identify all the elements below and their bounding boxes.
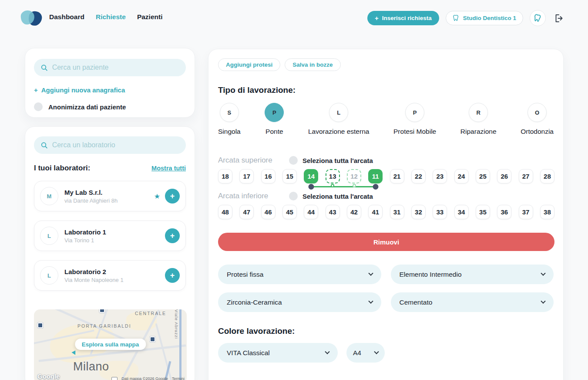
lab-info: My Lab S.r.l. via Dante Alighieri 8h — [64, 189, 154, 204]
studio-button[interactable]: Studio Dentistico 1 — [446, 11, 523, 25]
work-type-lavorazione-esterna[interactable]: LLavorazione esterna — [308, 103, 369, 136]
tooth-34[interactable]: 34 — [454, 205, 469, 219]
lab-address: Via Monte Napoleone 1 — [64, 277, 165, 283]
tooth-17[interactable]: 17 — [239, 169, 254, 183]
tooth-42[interactable]: 42 — [347, 205, 361, 219]
chevron-down-icon — [368, 271, 373, 275]
lab-list: M My Lab S.r.l. via Dante Alighieri 8h ★… — [34, 181, 186, 291]
bridge-dot-14[interactable] — [308, 184, 314, 190]
work-type-label: Ponte — [265, 128, 283, 136]
bridge-dot-12[interactable] — [353, 184, 356, 187]
upper-arch-toggle-label: Seleziona tutta l'arcata — [302, 157, 373, 164]
lab-list-item[interactable]: L Laboratorio 1 Via Torino 1 ★ + — [34, 221, 186, 251]
add-prosthesis-chip[interactable]: Aggiungi protesi — [218, 58, 280, 71]
work-type-circle[interactable]: S — [220, 103, 239, 122]
work-type-label: Lavorazione esterna — [308, 128, 369, 136]
lab-address: via Dante Alighieri 8h — [64, 197, 154, 204]
work-type-ortodonzia[interactable]: OOrtodonzia — [521, 103, 554, 136]
tooth-46[interactable]: 46 — [261, 205, 276, 219]
tooth-45[interactable]: 45 — [282, 205, 297, 219]
lab-search-input[interactable] — [52, 141, 179, 149]
remove-button[interactable]: Rimuovi — [218, 233, 554, 251]
bridge-dot-11[interactable] — [373, 184, 378, 190]
map-terms-link[interactable]: Termini — [172, 377, 185, 380]
tooth-26[interactable]: 26 — [497, 169, 511, 183]
tooth-48[interactable]: 48 — [218, 205, 232, 219]
add-patient-link[interactable]: + Aggiungi nuova anagrafica — [34, 86, 186, 94]
lab-avatar: L — [40, 227, 58, 245]
tooth-43[interactable]: 43 — [326, 205, 340, 219]
work-type-circle[interactable]: P — [405, 103, 424, 122]
tooth-22[interactable]: 22 — [411, 169, 426, 183]
tooth-35[interactable]: 35 — [476, 205, 490, 219]
tooth-12[interactable]: 12 — [347, 169, 361, 183]
lab-list-item[interactable]: M My Lab S.r.l. via Dante Alighieri 8h ★… — [34, 181, 186, 211]
tooth-21[interactable]: 21 — [390, 169, 404, 183]
nav-dashboard[interactable]: Dashboard — [49, 13, 84, 21]
star-icon[interactable]: ★ — [154, 192, 160, 200]
tooth-11[interactable]: 11 — [368, 169, 383, 183]
tooth-32[interactable]: 32 — [411, 205, 426, 219]
logout-button[interactable] — [553, 13, 564, 24]
tooth-27[interactable]: 27 — [519, 169, 533, 183]
tooth-47[interactable]: 47 — [239, 205, 254, 219]
anonymize-toggle[interactable] — [34, 102, 43, 111]
tooth-23[interactable]: 23 — [433, 169, 447, 183]
tooth-41[interactable]: 41 — [368, 205, 383, 219]
lab-list-item[interactable]: L Laboratorio 2 Via Monte Napoleone 1 ★ … — [34, 260, 186, 291]
insert-request-button[interactable]: + Inserisci richiesta — [367, 11, 439, 25]
bridge-dot-13[interactable] — [331, 184, 334, 187]
select-material[interactable]: Zirconia-Ceramica — [218, 292, 381, 312]
select-element-type[interactable]: Elemento Intermedio — [391, 265, 554, 284]
add-lab-button[interactable]: + — [165, 268, 180, 283]
select-cementation[interactable]: Cementato — [391, 292, 554, 312]
work-type-options: SSingolaPPonteLLavorazione esternaPProte… — [218, 103, 554, 136]
tooth-44[interactable]: 44 — [304, 205, 318, 219]
tooth-31[interactable]: 31 — [390, 205, 404, 219]
request-form-panel: Aggiungi protesi Salva in bozze Tipo di … — [208, 49, 564, 380]
work-type-circle[interactable]: P — [265, 103, 284, 122]
tooth-16[interactable]: 16 — [261, 169, 276, 183]
add-lab-button[interactable]: + — [165, 228, 180, 243]
save-draft-chip[interactable]: Salva in bozze — [285, 58, 340, 71]
lab-search-box — [34, 136, 186, 154]
nav-richieste[interactable]: Richieste — [96, 13, 126, 21]
work-type-riparazione[interactable]: RRiparazione — [460, 103, 497, 136]
select-color-system[interactable]: VITA Classical — [218, 343, 338, 363]
work-type-singola[interactable]: SSingola — [218, 103, 241, 136]
patient-search-input[interactable] — [52, 64, 179, 71]
lower-arch-toggle[interactable] — [289, 192, 298, 200]
work-type-label: Singola — [218, 128, 241, 136]
show-all-link[interactable]: Mostra tutti — [151, 165, 186, 172]
train-station-icon — [150, 336, 155, 342]
select-prosthesis-type[interactable]: Protesi fissa — [218, 265, 381, 284]
tooth-18[interactable]: 18 — [218, 169, 232, 183]
tooth-33[interactable]: 33 — [433, 205, 447, 219]
tooth-28[interactable]: 28 — [540, 169, 554, 183]
work-type-protesi-mobile[interactable]: PProtesi Mobile — [393, 103, 436, 136]
tooth-36[interactable]: 36 — [497, 205, 511, 219]
tooth-circle-button[interactable] — [530, 10, 546, 26]
tooth-24[interactable]: 24 — [454, 169, 469, 183]
tooth-38[interactable]: 38 — [540, 205, 554, 219]
work-type-ponte[interactable]: PPonte — [265, 103, 284, 136]
tooth-37[interactable]: 37 — [519, 205, 533, 219]
nav-pazienti[interactable]: Pazienti — [137, 13, 163, 21]
work-type-circle[interactable]: O — [528, 103, 547, 122]
select-color-shade[interactable]: A4 — [346, 343, 385, 363]
work-type-circle[interactable]: R — [469, 103, 488, 122]
upper-arch-toggle[interactable] — [289, 156, 298, 165]
explore-map-button[interactable]: Esplora sulla mappa — [75, 339, 146, 350]
tooth-15[interactable]: 15 — [282, 169, 297, 183]
tooth-14[interactable]: 14 — [304, 169, 318, 183]
map-city-label: Milano — [73, 360, 109, 373]
work-type-circle[interactable]: L — [329, 103, 348, 122]
chevron-down-icon — [374, 349, 379, 354]
add-lab-button[interactable]: + — [165, 189, 180, 204]
anonymize-row: Anonimizza dati paziente — [34, 102, 186, 111]
tooth-25[interactable]: 25 — [476, 169, 490, 183]
lab-info: Laboratorio 2 Via Monte Napoleone 1 — [64, 268, 165, 283]
labs-header: I tuoi laboratori: Mostra tutti — [34, 164, 186, 173]
tooth-13[interactable]: 13 — [326, 169, 340, 183]
map-preview[interactable]: CENTRALE PORTA GARIBALDI Viale Abruzzi E… — [34, 309, 187, 380]
